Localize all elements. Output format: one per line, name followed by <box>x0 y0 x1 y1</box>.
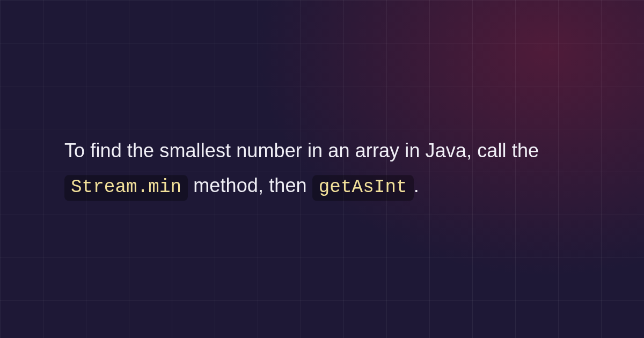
text-segment: method, then <box>193 174 312 196</box>
inline-code: getAsInt <box>312 175 414 201</box>
text-segment: To find the smallest number in an array … <box>64 139 539 161</box>
inline-code: Stream.min <box>64 175 188 201</box>
text-segment: . <box>414 174 419 196</box>
card-text: To find the smallest number in an array … <box>64 134 580 204</box>
